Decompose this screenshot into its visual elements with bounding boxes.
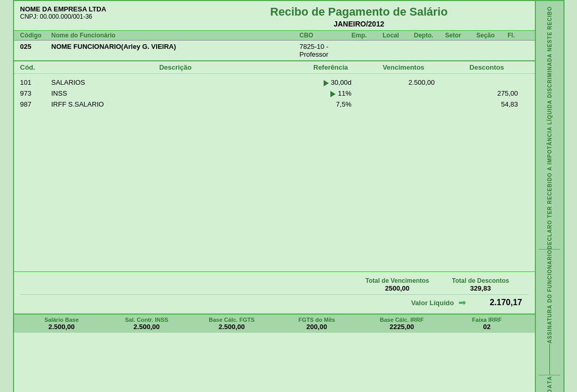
sidebar-declaration-text: DECLARO TER RECEBIDO A IMPOTÂNCIA LÍQUID… xyxy=(547,6,553,249)
total-desc-value: 329,83 xyxy=(439,284,522,292)
base-calc-fgts-value: 2.500,00 xyxy=(190,323,274,331)
employee-header-labels: Código Nome do Funcionário CBO Emp. Loca… xyxy=(14,30,535,41)
employee-name: NOME FUNCIONARIO(Arley G. VIEIRA) xyxy=(52,43,300,58)
triangle-marker-icon xyxy=(330,91,336,97)
sal-contr-inss-col: Sal. Contr. INSS 2.500,00 xyxy=(105,317,188,331)
employee-setor xyxy=(445,43,477,58)
valor-liquido-value: 2.170,17 xyxy=(470,298,522,307)
table-row: 987 IRFF S.SALARIO 7,5% 54,83 xyxy=(20,99,529,110)
col-depto-label: Depto. xyxy=(414,32,445,39)
employee-secao xyxy=(477,43,508,58)
row-desc: INSS xyxy=(52,89,300,97)
col-cbo-label: CBO xyxy=(300,32,352,39)
fgts-mes-col: FGTS do Mês 200,00 xyxy=(275,317,358,331)
period: JANEIRO/2012 xyxy=(189,20,528,28)
col-desc-header: Descrição xyxy=(52,63,300,71)
table-body: 101 SALARIOS 30,00d 2.500,00 973 INSS 11… xyxy=(14,74,535,271)
col-secao-label: Seção xyxy=(477,32,508,39)
document-title-section: Recibo de Pagamento de Salário JANEIRO/2… xyxy=(189,5,528,28)
row-desc: IRFF S.SALARIO xyxy=(52,100,300,108)
col-fl-label: Fl. xyxy=(508,32,529,39)
total-venc-value: 2500,00 xyxy=(356,284,439,292)
total-vencimentos-box: Total de Vencimentos 2500,00 xyxy=(356,277,439,292)
employee-data-row: 025 NOME FUNCIONARIO(Arley G. VIEIRA) 78… xyxy=(14,41,535,61)
col-nome-label: Nome do Funcionário xyxy=(52,32,300,39)
row-venc: 2.500,00 xyxy=(362,79,445,86)
sidebar: DECLARO TER RECEBIDO A IMPOTÂNCIA LÍQUID… xyxy=(536,0,565,392)
col-desc2-header: Descontos xyxy=(445,63,529,71)
base-calc-fgts-label: Base Cálc. FGTS xyxy=(190,317,274,323)
row-cod: 987 xyxy=(20,100,52,108)
arrow-icon: ➡ xyxy=(458,297,466,308)
row-ref: 30,00d xyxy=(300,79,362,86)
document-header: NOME DA EMPRESA LTDA CNPJ: 00.000.000/00… xyxy=(14,1,535,30)
col-venc-header: Vencimentos xyxy=(362,63,445,71)
valor-liquido-label: Valor Líquido xyxy=(411,299,454,307)
col-local-label: Local xyxy=(383,32,414,39)
row-desc2: 54,83 xyxy=(445,100,529,108)
sal-contr-inss-value: 2.500,00 xyxy=(105,323,188,331)
signature-line xyxy=(549,344,550,375)
col-ref-header: Referência xyxy=(300,63,362,71)
table-row: 973 INSS 11% 275,00 xyxy=(20,88,529,99)
company-cnpj: CNPJ: 00.000.000/001-36 xyxy=(20,13,190,20)
total-venc-label: Total de Vencimentos xyxy=(356,277,439,284)
employee-cbo: 7825-10 - Professor xyxy=(300,43,352,58)
faixa-irrf-value: 02 xyxy=(445,323,529,331)
salario-base-col: Salário Base 2.500,00 xyxy=(20,317,104,331)
totals-row: Total de Vencimentos 2500,00 Total de De… xyxy=(20,275,529,294)
valor-liquido-row: Valor Líquido ➡ 2.170,17 xyxy=(20,294,529,310)
row-ref: 11% xyxy=(300,89,362,97)
base-calc-irrf-label: Base Cálc. IRRF xyxy=(361,317,444,323)
faixa-irrf-col: Faixa IRRF 02 xyxy=(445,317,529,331)
company-name: NOME DA EMPRESA LTDA xyxy=(20,5,190,13)
total-descontos-box: Total de Descontos 329,83 xyxy=(439,277,522,292)
data-label: DATA xyxy=(547,375,553,392)
company-info: NOME DA EMPRESA LTDA CNPJ: 00.000.000/00… xyxy=(20,5,190,28)
faixa-irrf-label: Faixa IRRF xyxy=(445,317,529,323)
employee-emp xyxy=(352,43,383,58)
employee-local xyxy=(383,43,414,58)
base-calc-fgts-col: Base Cálc. FGTS 2.500,00 xyxy=(190,317,274,331)
col-cod-header: Cód. xyxy=(20,63,52,71)
totals-section: Total de Vencimentos 2500,00 Total de De… xyxy=(14,271,535,313)
triangle-marker-icon xyxy=(324,80,329,86)
base-calc-irrf-col: Base Cálc. IRRF 2225,00 xyxy=(361,317,444,331)
col-codigo-label: Código xyxy=(20,32,52,39)
row-cod: 101 xyxy=(20,79,52,86)
table-row: 101 SALARIOS 30,00d 2.500,00 xyxy=(20,77,529,88)
salario-base-label: Salário Base xyxy=(20,317,104,323)
row-ref: 7,5% xyxy=(300,100,362,108)
employee-depto xyxy=(414,43,445,58)
col-setor-label: Setor xyxy=(445,32,477,39)
bottom-summary: Salário Base 2.500,00 Sal. Contr. INSS 2… xyxy=(14,313,535,333)
assinatura-label: ASSINATURA DO FUNCIONARIO xyxy=(547,250,553,344)
col-emp-label: Emp. xyxy=(352,32,383,39)
recibo-title: Recibo de Pagamento de Salário xyxy=(189,5,528,19)
total-desc-label: Total de Descontos xyxy=(439,277,522,284)
row-desc2: 275,00 xyxy=(445,89,529,97)
fgts-mes-value: 200,00 xyxy=(275,323,358,331)
fgts-mes-label: FGTS do Mês xyxy=(275,317,358,323)
employee-fl xyxy=(508,43,529,58)
row-desc: SALARIOS xyxy=(52,79,300,86)
row-cod: 973 xyxy=(20,89,52,97)
employee-code: 025 xyxy=(20,43,52,58)
sal-contr-inss-label: Sal. Contr. INSS xyxy=(105,317,188,323)
salario-base-value: 2.500,00 xyxy=(20,323,104,331)
base-calc-irrf-value: 2225,00 xyxy=(361,323,444,331)
table-header: Cód. Descrição Referência Vencimentos De… xyxy=(14,61,535,74)
